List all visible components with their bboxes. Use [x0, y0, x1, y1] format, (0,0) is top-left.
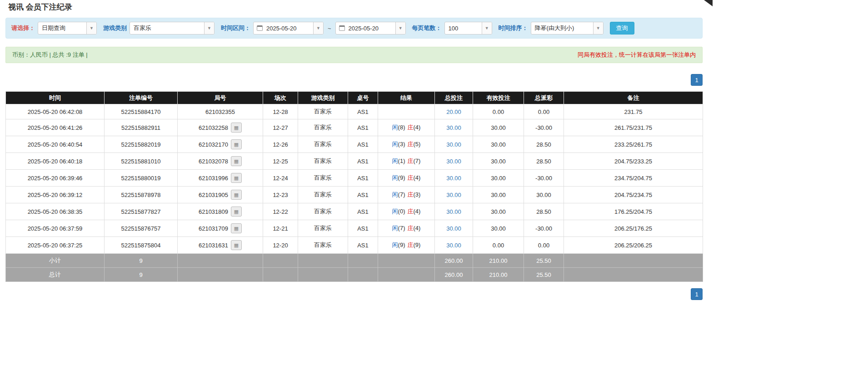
cell-table: AS1 — [348, 104, 378, 119]
query-type-select[interactable]: 日期查询 ▼ — [38, 22, 97, 34]
date-from-select[interactable]: 2025-05-20 ▼ — [253, 22, 324, 34]
cell-result: 闲(9)庄(4) — [378, 170, 435, 187]
round-replay-icon[interactable]: ▦ — [231, 173, 242, 183]
total-empty — [298, 268, 348, 282]
total-row: 总计 9 260.00 210.00 25.50 — [6, 268, 703, 282]
round-replay-icon[interactable]: ▦ — [231, 139, 242, 149]
cell-time: 2025-05-20 06:37:25 — [6, 237, 105, 254]
col-payout: 总派彩 — [524, 92, 564, 104]
total-bet-link[interactable]: 30.00 — [446, 225, 461, 232]
chevron-down-icon: ▼ — [313, 22, 323, 34]
total-bet-link[interactable]: 30.00 — [446, 175, 461, 182]
page-1-button[interactable]: 1 — [691, 288, 703, 300]
cell-time: 2025-05-20 06:40:18 — [6, 153, 105, 170]
round-replay-icon[interactable]: ▦ — [231, 240, 242, 250]
total-empty — [564, 268, 703, 282]
cell-game-type: 百家乐 — [298, 237, 348, 254]
round-replay-icon[interactable]: ▦ — [231, 223, 242, 233]
cell-total-bet: 30.00 — [435, 119, 473, 136]
round-number: 621031809 — [199, 208, 228, 215]
cell-total-bet: 30.00 — [435, 187, 473, 203]
summary-bar: 币别：人民币 | 总共 :9 注单 | 同局有效投注，统一计算在该局第一张注单内 — [5, 47, 703, 63]
table-row: 2025-05-20 06:41:26522515882911621032258… — [6, 119, 703, 136]
result-player-label: 闲 — [392, 141, 398, 148]
col-bet-id: 注单编号 — [105, 92, 178, 104]
subtotal-valid-bet: 210.00 — [473, 254, 524, 268]
cell-payout: 0.00 — [524, 237, 564, 254]
cell-result: 闲(7)庄(3) — [378, 187, 435, 203]
result-player-label: 闲 — [392, 124, 398, 131]
total-bet-link[interactable]: 30.00 — [446, 158, 461, 165]
result-player-label: 闲 — [392, 191, 398, 198]
time-range-label: 时间区间： — [221, 24, 250, 32]
cell-payout: 0.00 — [524, 104, 564, 119]
cell-round: 621031809▦ — [178, 203, 263, 220]
result-player-score: (0) — [398, 208, 405, 215]
query-type-label: 请选择： — [11, 24, 35, 32]
cell-remark: 206.25/206.25 — [564, 237, 703, 254]
result-banker-label: 庄 — [408, 241, 414, 248]
cell-remark: 233.25/261.75 — [564, 136, 703, 153]
cell-total-bet: 30.00 — [435, 153, 473, 170]
total-bet-link[interactable]: 30.00 — [446, 124, 461, 131]
date-to-select[interactable]: 2025-05-20 ▼ — [335, 22, 406, 34]
filter-bar: 请选择： 日期查询 ▼ 游戏类别 百家乐 ▼ 时间区间： 2025-05-20 … — [5, 18, 703, 39]
cell-game-type: 百家乐 — [298, 119, 348, 136]
round-number: 621032170 — [199, 141, 228, 148]
pagination-top: 1 — [5, 74, 703, 86]
cell-payout: -30.00 — [524, 170, 564, 187]
result-player-label: 闲 — [392, 241, 398, 248]
cell-total-bet: 30.00 — [435, 170, 473, 187]
cell-table: AS1 — [348, 203, 378, 220]
game-type-select[interactable]: 百家乐 ▼ — [130, 22, 215, 34]
col-session: 场次 — [263, 92, 298, 104]
round-replay-icon[interactable]: ▦ — [231, 156, 242, 166]
cell-remark: 261.75/231.75 — [564, 119, 703, 136]
round-number: 621032258 — [199, 124, 228, 131]
subtotal-count: 9 — [105, 254, 178, 268]
total-payout: 25.50 — [524, 268, 564, 282]
cell-game-type: 百家乐 — [298, 220, 348, 237]
round-number: 621031709 — [199, 225, 228, 232]
total-bet-link[interactable]: 30.00 — [446, 141, 461, 148]
result-banker-label: 庄 — [408, 191, 414, 198]
col-table: 桌号 — [348, 92, 378, 104]
total-bet-link[interactable]: 30.00 — [446, 242, 461, 249]
sort-order-select[interactable]: 降幂(由大到小) ▼ — [531, 22, 604, 34]
result-player-label: 闲 — [392, 208, 398, 215]
result-player-score: (9) — [398, 174, 405, 181]
result-player-score: (7) — [398, 225, 405, 231]
page-title: 视讯 会员下注纪录 — [8, 2, 703, 12]
cell-total-bet: 20.00 — [435, 104, 473, 119]
cell-total-bet: 30.00 — [435, 220, 473, 237]
calendar-icon — [257, 25, 263, 31]
cell-valid-bet: 0.00 — [473, 237, 524, 254]
cell-payout: 28.50 — [524, 203, 564, 220]
round-replay-icon[interactable]: ▦ — [231, 207, 242, 217]
cell-payout: 30.00 — [524, 187, 564, 203]
total-bet-link[interactable]: 30.00 — [446, 192, 461, 198]
cell-remark: 206.25/176.25 — [564, 220, 703, 237]
cell-valid-bet: 30.00 — [473, 153, 524, 170]
cell-round: 621031996▦ — [178, 170, 263, 187]
round-replay-icon[interactable]: ▦ — [231, 123, 242, 133]
cell-result: 闲(8)庄(4) — [378, 119, 435, 136]
result-player-score: (1) — [398, 158, 405, 164]
subtotal-empty — [564, 254, 703, 268]
cell-table: AS1 — [348, 237, 378, 254]
total-bet-link[interactable]: 30.00 — [446, 208, 461, 215]
page-1-button[interactable]: 1 — [691, 74, 703, 86]
cell-game-type: 百家乐 — [298, 136, 348, 153]
col-game-type: 游戏类别 — [298, 92, 348, 104]
cell-bet-id: 522515882911 — [105, 119, 178, 136]
page-size-select[interactable]: 100 ▼ — [444, 22, 492, 34]
cell-table: AS1 — [348, 136, 378, 153]
total-bet-link[interactable]: 20.00 — [446, 108, 461, 115]
round-replay-icon[interactable]: ▦ — [231, 190, 242, 200]
cell-round: 621031905▦ — [178, 187, 263, 203]
result-player-score: (7) — [398, 191, 405, 198]
total-label: 总计 — [6, 268, 105, 282]
search-button[interactable]: 查询 — [610, 22, 634, 34]
page-size-value: 100 — [445, 25, 482, 32]
table-body: 2025-05-20 06:42:08522515884170621032355… — [6, 104, 703, 254]
